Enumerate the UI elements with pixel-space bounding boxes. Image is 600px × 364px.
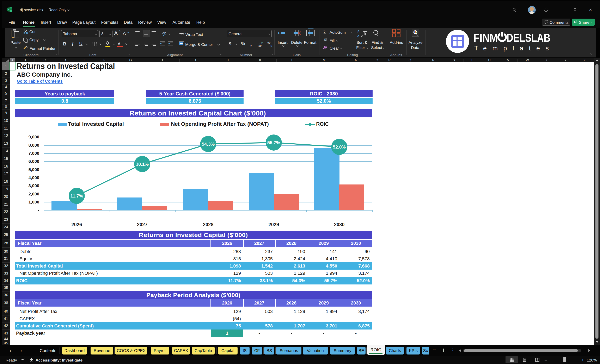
svg-text:11.7%: 11.7%	[70, 193, 83, 199]
svg-text:Returns on Invested Capital: Returns on Invested Capital	[17, 61, 115, 71]
svg-text:ROIC: ROIC	[316, 121, 329, 127]
svg-text:x: x	[8, 8, 9, 11]
svg-text:Total Invested Capital: Total Invested Capital	[68, 121, 124, 127]
svg-text:Templates: Templates	[474, 45, 549, 52]
svg-text:38.1%: 38.1%	[136, 162, 149, 167]
svg-text:Returns on Invested Capital ($: Returns on Invested Capital ($'000)	[139, 232, 248, 238]
svg-text:Go to Table of Contents: Go to Table of Contents	[17, 79, 63, 83]
svg-text:Returns on Invested Capital Ch: Returns on Invested Capital Chart ($'000…	[130, 110, 266, 117]
svg-text:ABC Company Inc.: ABC Company Inc.	[17, 71, 72, 78]
svg-text:DELSLAB: DELSLAB	[506, 32, 550, 44]
svg-text:54.3%: 54.3%	[202, 142, 215, 147]
svg-text:FINM: FINM	[473, 32, 498, 44]
svg-text:52.0%: 52.0%	[333, 144, 346, 150]
svg-text:Payback Period Analysis ($'000: Payback Period Analysis ($'000)	[146, 292, 240, 298]
svg-text:55.7%: 55.7%	[267, 140, 280, 145]
svg-text:Net Operating Profit After Tax: Net Operating Profit After Tax (NOPAT)	[171, 121, 269, 127]
